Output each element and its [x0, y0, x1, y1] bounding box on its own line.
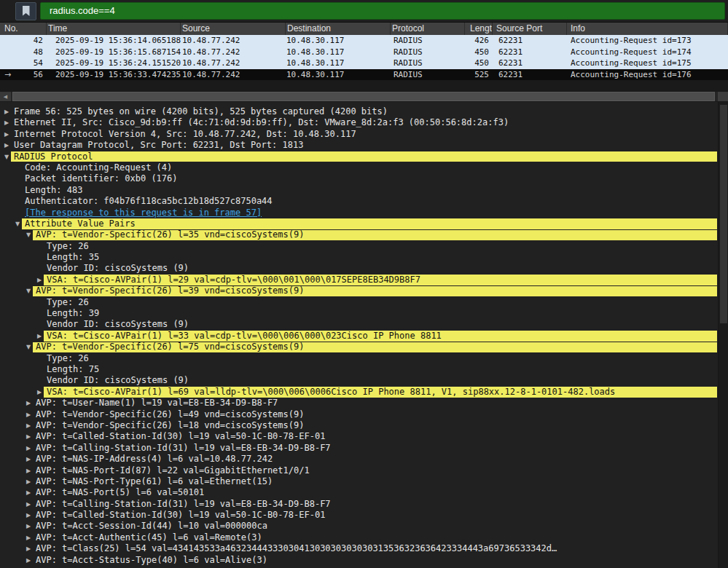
- detail-row[interactable]: ▶VSA: t=Cisco-AVPair(1) l=29 val=cdp-tlv…: [0, 275, 728, 285]
- expand-arrow-icon[interactable]: ▶: [26, 454, 31, 465]
- column-header-source-port[interactable]: Source Port: [493, 23, 567, 35]
- expand-arrow-icon[interactable]: ▶: [37, 387, 42, 398]
- cell-dest: 10.48.30.117: [286, 35, 391, 47]
- expand-arrow-icon[interactable]: ▶: [26, 431, 31, 442]
- collapse-arrow-icon[interactable]: ▼: [26, 285, 31, 296]
- detail-row[interactable]: ▶AVP: t=Called-Station-Id(30) l=19 val=5…: [0, 431, 728, 442]
- detail-row[interactable]: Type: 26: [0, 241, 728, 252]
- detail-row[interactable]: ▶Ethernet II, Src: Cisco_9d:b9:ff (4c:71…: [0, 117, 728, 128]
- detail-row[interactable]: ▶AVP: t=Acct-Session-Id(44) l=10 val=000…: [0, 521, 728, 532]
- detail-row[interactable]: ▶AVP: t=Acct-Authentic(45) l=6 val=Remot…: [0, 532, 728, 543]
- expand-arrow-icon[interactable]: ▶: [37, 275, 42, 285]
- collapse-arrow-icon[interactable]: ▼: [15, 218, 20, 229]
- collapse-arrow-icon[interactable]: ▼: [26, 229, 31, 240]
- expand-arrow-icon[interactable]: ▶: [26, 409, 31, 420]
- detail-row[interactable]: ▼AVP: t=Vendor-Specific(26) l=35 vnd=cis…: [0, 229, 728, 240]
- detail-row[interactable]: Vendor ID: ciscoSystems (9): [0, 375, 728, 386]
- expand-arrow-icon[interactable]: ▶: [26, 443, 31, 454]
- expand-arrow-icon[interactable]: ▶: [4, 106, 9, 117]
- detail-row[interactable]: ▶AVP: t=Called-Station-Id(30) l=19 val=5…: [0, 510, 728, 521]
- detail-row[interactable]: ▶VSA: t=Cisco-AVPair(1) l=33 val=cdp-tlv…: [0, 331, 728, 342]
- detail-row[interactable]: Length: 39: [0, 308, 728, 319]
- detail-text: Type: 26: [47, 241, 89, 252]
- detail-row[interactable]: ▶AVP: t=Acct-Status-Type(40) l=6 val=Ali…: [0, 555, 728, 566]
- expand-arrow-icon[interactable]: ▶: [26, 499, 31, 510]
- expand-arrow-icon[interactable]: ▶: [26, 398, 31, 409]
- detail-row[interactable]: ▶AVP: t=Class(25) l=54 val=434143533a463…: [0, 543, 728, 554]
- detail-row[interactable]: ▶AVP: t=NAS-Port-Id(87) l=22 val=Gigabit…: [0, 465, 728, 476]
- expand-arrow-icon[interactable]: ▶: [4, 129, 9, 140]
- expand-arrow-icon[interactable]: ▶: [26, 532, 31, 543]
- expand-arrow-icon[interactable]: ▶: [26, 543, 31, 554]
- horizontal-scrollbar[interactable]: ◀: [0, 92, 728, 101]
- expand-arrow-icon[interactable]: ▶: [26, 521, 31, 532]
- scroll-right-icon[interactable]: [718, 92, 728, 101]
- expand-arrow-icon[interactable]: ▶: [26, 555, 31, 566]
- expand-arrow-icon[interactable]: ▶: [26, 476, 31, 487]
- collapse-arrow-icon[interactable]: ▼: [4, 151, 9, 162]
- expand-arrow-icon[interactable]: ▶: [26, 487, 31, 498]
- vertical-scrollbar-thumb[interactable]: [720, 105, 727, 323]
- cell-len: 426: [465, 35, 493, 47]
- detail-text: AVP: t=Acct-Status-Type(40) l=6 val=Aliv…: [36, 555, 267, 566]
- detail-row[interactable]: ▶AVP: t=Calling-Station-Id(31) l=19 val=…: [0, 443, 728, 454]
- detail-row[interactable]: Authenticator: f04b76f118ca5bc12b18d527c…: [0, 196, 728, 207]
- column-header-source[interactable]: Source: [181, 23, 286, 35]
- packet-row-42[interactable]: 422025-09-19 15:36:14.06518810.48.77.242…: [0, 35, 728, 47]
- display-filter-input[interactable]: radius.code==4: [40, 2, 725, 20]
- expand-arrow-icon[interactable]: ▶: [37, 331, 42, 342]
- detail-row[interactable]: ▼Attribute Value Pairs: [0, 218, 728, 229]
- detail-text: VSA: t=Cisco-AVPair(1) l=33 val=cdp-tlv=…: [47, 331, 442, 342]
- packet-list-header: No. Time Source Destination Protocol Len…: [0, 23, 728, 35]
- column-header-no[interactable]: No.: [0, 23, 47, 35]
- scroll-left-icon[interactable]: ◀: [0, 92, 11, 101]
- detail-row[interactable]: Length: 483: [0, 185, 728, 196]
- detail-row[interactable]: ▶User Datagram Protocol, Src Port: 62231…: [0, 140, 728, 151]
- detail-row[interactable]: Type: 26: [0, 353, 728, 364]
- detail-row[interactable]: Code: Accounting-Request (4): [0, 162, 728, 173]
- detail-row[interactable]: ▶AVP: t=User-Name(1) l=19 val=E8-EB-34-D…: [0, 398, 728, 409]
- detail-text: AVP: t=Acct-Authentic(45) l=6 val=Remote…: [36, 532, 262, 543]
- cell-dest: 10.48.30.117: [286, 47, 391, 58]
- detail-row[interactable]: ▶AVP: t=Vendor-Specific(26) l=49 vnd=cis…: [0, 409, 728, 420]
- expand-arrow-icon[interactable]: ▶: [26, 420, 31, 431]
- column-header-protocol[interactable]: Protocol: [391, 23, 465, 35]
- detail-row[interactable]: ▶AVP: t=NAS-IP-Address(4) l=6 val=10.48.…: [0, 454, 728, 465]
- detail-row[interactable]: ▶Frame 56: 525 bytes on wire (4200 bits)…: [0, 106, 728, 117]
- detail-row[interactable]: ▼AVP: t=Vendor-Specific(26) l=39 vnd=cis…: [0, 285, 728, 296]
- packet-row-54[interactable]: 542025-09-19 15:36:24.15152010.48.77.242…: [0, 58, 728, 69]
- detail-row[interactable]: Packet identifier: 0xb0 (176): [0, 173, 728, 184]
- detail-row[interactable]: ▶AVP: t=Vendor-Specific(26) l=18 vnd=cis…: [0, 420, 728, 431]
- detail-row[interactable]: [The response to this request is in fram…: [0, 208, 728, 218]
- column-header-info[interactable]: Info: [567, 23, 728, 35]
- detail-row[interactable]: ▶AVP: t=NAS-Port(5) l=6 val=50101: [0, 487, 728, 498]
- expand-arrow-icon[interactable]: ▶: [4, 117, 9, 128]
- packet-row-56[interactable]: 562025-09-19 15:36:33.47423510.48.77.242…: [0, 69, 728, 81]
- filter-bookmark-button[interactable]: [15, 2, 36, 20]
- detail-row[interactable]: Length: 35: [0, 252, 728, 263]
- expand-arrow-icon[interactable]: ▶: [26, 510, 31, 521]
- detail-row[interactable]: Vendor ID: ciscoSystems (9): [0, 263, 728, 274]
- detail-row[interactable]: ▶VSA: t=Cisco-AVPair(1) l=69 val=lldp-tl…: [0, 387, 728, 398]
- expand-arrow-icon[interactable]: ▶: [26, 465, 31, 476]
- detail-row[interactable]: Vendor ID: ciscoSystems (9): [0, 319, 728, 330]
- column-header-length[interactable]: Length: [465, 23, 493, 35]
- detail-row[interactable]: ▶Internet Protocol Version 4, Src: 10.48…: [0, 129, 728, 140]
- detail-row[interactable]: Type: 26: [0, 297, 728, 308]
- detail-row[interactable]: ▶AVP: t=Calling-Station-Id(31) l=19 val=…: [0, 499, 728, 510]
- collapse-arrow-icon[interactable]: ▼: [26, 342, 31, 352]
- detail-row[interactable]: ▼AVP: t=Vendor-Specific(26) l=75 vnd=cis…: [0, 342, 728, 352]
- detail-row[interactable]: ▼RADIUS Protocol: [0, 151, 728, 162]
- detail-row[interactable]: ▶AVP: t=NAS-Port-Type(61) l=6 val=Ethern…: [0, 476, 728, 487]
- packet-row-48[interactable]: 482025-09-19 15:36:15.68715410.48.77.242…: [0, 47, 728, 58]
- bookmark-icon: [23, 6, 30, 16]
- cell-sport: 62231: [493, 69, 567, 81]
- expand-arrow-icon[interactable]: ▶: [4, 140, 9, 151]
- cell-no: 54: [0, 58, 47, 69]
- detail-row[interactable]: Length: 75: [0, 364, 728, 375]
- column-header-destination[interactable]: Destination: [286, 23, 391, 35]
- column-header-time[interactable]: Time: [47, 23, 181, 35]
- display-filter-bar: radius.code==4: [0, 0, 728, 23]
- horizontal-scrollbar-thumb[interactable]: [12, 92, 715, 101]
- vertical-scrollbar[interactable]: [718, 102, 728, 568]
